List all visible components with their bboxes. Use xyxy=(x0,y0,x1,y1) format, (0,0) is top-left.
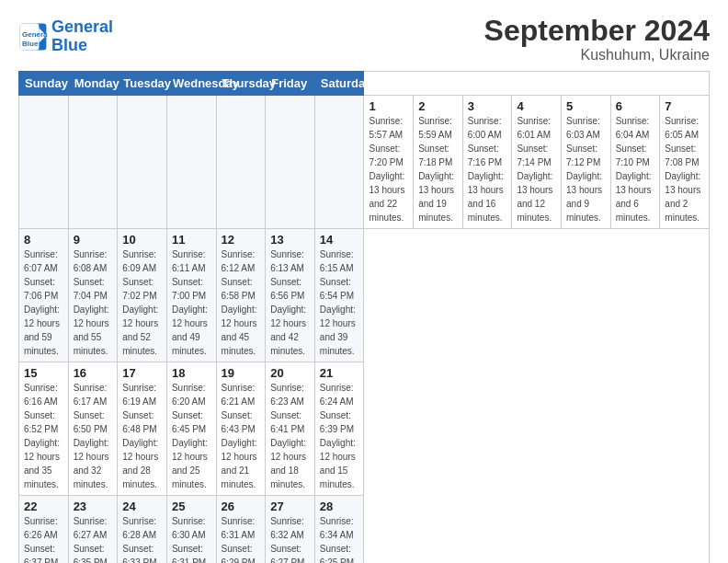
day-info: Sunrise: 6:09 AM Sunset: 7:02 PM Dayligh… xyxy=(122,249,158,356)
calendar-cell: 17 Sunrise: 6:19 AM Sunset: 6:48 PM Dayl… xyxy=(118,362,167,496)
calendar-week-row: 15 Sunrise: 6:16 AM Sunset: 6:52 PM Dayl… xyxy=(19,362,710,496)
day-number: 16 xyxy=(74,366,113,380)
calendar-cell xyxy=(68,96,118,229)
calendar-cell: 13 Sunrise: 6:13 AM Sunset: 6:56 PM Dayl… xyxy=(266,229,315,362)
day-info: Sunrise: 6:04 AM Sunset: 7:10 PM Dayligh… xyxy=(616,116,652,223)
day-info: Sunrise: 6:30 AM Sunset: 6:31 PM Dayligh… xyxy=(172,516,208,563)
svg-text:Blue: Blue xyxy=(22,39,39,47)
day-number: 3 xyxy=(468,99,507,113)
day-number: 8 xyxy=(24,233,63,247)
day-info: Sunrise: 6:05 AM Sunset: 7:08 PM Dayligh… xyxy=(665,116,700,223)
day-number: 18 xyxy=(172,366,211,380)
calendar-cell: 11 Sunrise: 6:11 AM Sunset: 7:00 PM Dayl… xyxy=(166,229,216,362)
day-info: Sunrise: 6:17 AM Sunset: 6:50 PM Dayligh… xyxy=(74,383,109,489)
calendar-header-row: Sunday Monday Tuesday Wednesday Thursday… xyxy=(19,72,710,96)
day-info: Sunrise: 6:21 AM Sunset: 6:43 PM Dayligh… xyxy=(222,383,257,489)
calendar-cell: 19 Sunrise: 6:21 AM Sunset: 6:43 PM Dayl… xyxy=(216,362,266,496)
day-number: 2 xyxy=(418,99,458,113)
day-number: 4 xyxy=(517,99,556,113)
calendar-cell: 15 Sunrise: 6:16 AM Sunset: 6:52 PM Dayl… xyxy=(19,362,69,496)
day-info: Sunrise: 5:57 AM Sunset: 7:20 PM Dayligh… xyxy=(369,116,404,223)
day-info: Sunrise: 6:01 AM Sunset: 7:14 PM Dayligh… xyxy=(517,116,552,223)
calendar-cell: 2 Sunrise: 5:59 AM Sunset: 7:18 PM Dayli… xyxy=(414,96,463,229)
day-number: 9 xyxy=(74,233,113,247)
day-info: Sunrise: 6:15 AM Sunset: 6:54 PM Dayligh… xyxy=(320,249,356,356)
day-info: Sunrise: 6:28 AM Sunset: 6:33 PM Dayligh… xyxy=(122,516,158,563)
calendar-cell: 16 Sunrise: 6:17 AM Sunset: 6:50 PM Dayl… xyxy=(68,362,118,496)
day-info: Sunrise: 6:00 AM Sunset: 7:16 PM Dayligh… xyxy=(468,116,504,223)
day-number: 7 xyxy=(665,99,704,113)
day-info: Sunrise: 6:13 AM Sunset: 6:56 PM Dayligh… xyxy=(270,249,306,356)
day-info: Sunrise: 6:26 AM Sunset: 6:37 PM Dayligh… xyxy=(24,516,60,563)
day-number: 15 xyxy=(24,366,63,380)
day-number: 10 xyxy=(122,233,162,247)
day-number: 23 xyxy=(74,500,113,513)
day-info: Sunrise: 6:23 AM Sunset: 6:41 PM Dayligh… xyxy=(270,383,306,489)
calendar-subtitle: Kushuhum, Ukraine xyxy=(484,47,710,63)
calendar-cell: 22 Sunrise: 6:26 AM Sunset: 6:37 PM Dayl… xyxy=(19,496,69,563)
day-number: 5 xyxy=(566,99,606,113)
day-info: Sunrise: 6:24 AM Sunset: 6:39 PM Dayligh… xyxy=(320,383,356,489)
calendar-cell xyxy=(266,96,315,229)
header-friday: Friday xyxy=(266,72,315,96)
logo-icon: General Blue xyxy=(18,22,48,52)
day-info: Sunrise: 6:11 AM Sunset: 7:00 PM Dayligh… xyxy=(172,249,208,356)
calendar-table: Sunday Monday Tuesday Wednesday Thursday… xyxy=(18,71,710,563)
calendar-cell xyxy=(19,96,69,229)
calendar-cell: 7 Sunrise: 6:05 AM Sunset: 7:08 PM Dayli… xyxy=(660,96,710,229)
calendar-cell: 4 Sunrise: 6:01 AM Sunset: 7:14 PM Dayli… xyxy=(512,96,562,229)
day-number: 11 xyxy=(172,233,211,247)
calendar-cell xyxy=(118,96,167,229)
header-wednesday: Wednesday xyxy=(166,72,216,96)
day-number: 21 xyxy=(320,366,359,380)
day-info: Sunrise: 6:03 AM Sunset: 7:12 PM Dayligh… xyxy=(566,116,602,223)
day-info: Sunrise: 6:27 AM Sunset: 6:35 PM Dayligh… xyxy=(74,516,109,563)
calendar-cell: 24 Sunrise: 6:28 AM Sunset: 6:33 PM Dayl… xyxy=(118,496,167,563)
calendar-cell: 8 Sunrise: 6:07 AM Sunset: 7:06 PM Dayli… xyxy=(19,229,69,362)
calendar-cell: 26 Sunrise: 6:31 AM Sunset: 6:29 PM Dayl… xyxy=(216,496,266,563)
day-info: Sunrise: 6:16 AM Sunset: 6:52 PM Dayligh… xyxy=(24,383,60,489)
day-info: Sunrise: 6:34 AM Sunset: 6:25 PM Dayligh… xyxy=(320,516,356,563)
day-number: 27 xyxy=(270,500,310,513)
day-info: Sunrise: 6:08 AM Sunset: 7:04 PM Dayligh… xyxy=(74,249,109,356)
day-info: Sunrise: 5:59 AM Sunset: 7:18 PM Dayligh… xyxy=(418,116,454,223)
day-number: 17 xyxy=(122,366,162,380)
calendar-cell: 5 Sunrise: 6:03 AM Sunset: 7:12 PM Dayli… xyxy=(562,96,611,229)
calendar-week-row: 1 Sunrise: 5:57 AM Sunset: 7:20 PM Dayli… xyxy=(19,96,710,229)
day-number: 26 xyxy=(222,500,261,513)
calendar-week-row: 8 Sunrise: 6:07 AM Sunset: 7:06 PM Dayli… xyxy=(19,229,710,362)
day-info: Sunrise: 6:31 AM Sunset: 6:29 PM Dayligh… xyxy=(222,516,257,563)
day-number: 25 xyxy=(172,500,211,513)
day-number: 12 xyxy=(222,233,261,247)
calendar-cell: 1 Sunrise: 5:57 AM Sunset: 7:20 PM Dayli… xyxy=(364,96,414,229)
calendar-cell: 23 Sunrise: 6:27 AM Sunset: 6:35 PM Dayl… xyxy=(68,496,118,563)
page-header: General Blue General Blue September 2024… xyxy=(18,15,710,63)
calendar-cell xyxy=(314,96,364,229)
day-number: 22 xyxy=(24,500,63,513)
day-info: Sunrise: 6:20 AM Sunset: 6:45 PM Dayligh… xyxy=(172,383,208,489)
day-number: 14 xyxy=(320,233,359,247)
calendar-cell: 9 Sunrise: 6:08 AM Sunset: 7:04 PM Dayli… xyxy=(68,229,118,362)
day-number: 19 xyxy=(222,366,261,380)
calendar-cell: 25 Sunrise: 6:30 AM Sunset: 6:31 PM Dayl… xyxy=(166,496,216,563)
logo: General Blue General Blue xyxy=(18,18,113,55)
calendar-cell: 21 Sunrise: 6:24 AM Sunset: 6:39 PM Dayl… xyxy=(314,362,364,496)
day-number: 6 xyxy=(616,99,655,113)
header-monday: Monday xyxy=(68,72,118,96)
header-thursday: Thursday xyxy=(216,72,266,96)
calendar-cell: 27 Sunrise: 6:32 AM Sunset: 6:27 PM Dayl… xyxy=(266,496,315,563)
calendar-cell: 3 Sunrise: 6:00 AM Sunset: 7:16 PM Dayli… xyxy=(462,96,512,229)
title-block: September 2024 Kushuhum, Ukraine xyxy=(484,15,710,63)
header-tuesday: Tuesday xyxy=(118,72,167,96)
calendar-cell xyxy=(216,96,266,229)
header-saturday: Saturday xyxy=(314,72,364,96)
day-info: Sunrise: 6:12 AM Sunset: 6:58 PM Dayligh… xyxy=(222,249,257,356)
header-sunday: Sunday xyxy=(19,72,69,96)
calendar-cell: 18 Sunrise: 6:20 AM Sunset: 6:45 PM Dayl… xyxy=(166,362,216,496)
logo-text: General Blue xyxy=(51,18,113,55)
svg-text:General: General xyxy=(22,30,48,39)
calendar-cell: 20 Sunrise: 6:23 AM Sunset: 6:41 PM Dayl… xyxy=(266,362,315,496)
day-info: Sunrise: 6:19 AM Sunset: 6:48 PM Dayligh… xyxy=(122,383,158,489)
day-number: 24 xyxy=(122,500,162,513)
calendar-cell: 6 Sunrise: 6:04 AM Sunset: 7:10 PM Dayli… xyxy=(610,96,660,229)
